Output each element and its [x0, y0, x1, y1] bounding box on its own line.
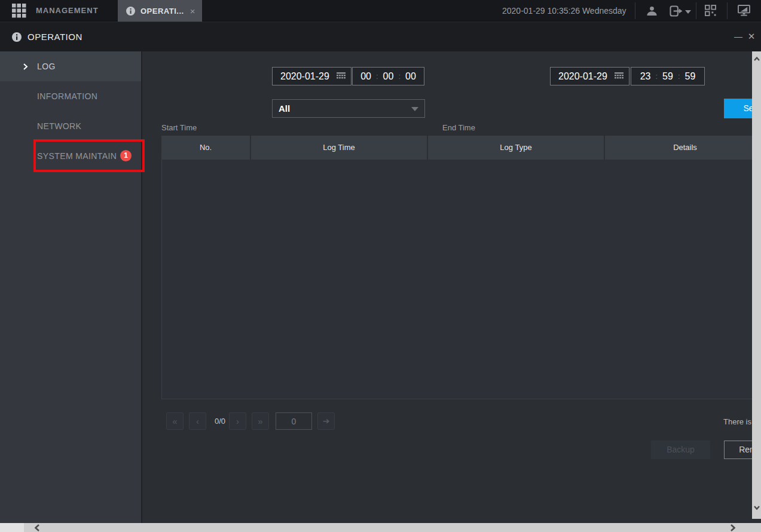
info-icon: [12, 32, 22, 42]
monitor-icon[interactable]: [738, 5, 750, 17]
sidebar: LOG INFORMATION NETWORK SYSTEM MAINTAIN1: [0, 51, 142, 523]
topbar-divider: [696, 2, 696, 19]
time-separator: :: [376, 72, 378, 81]
page-count: 0/0: [210, 412, 230, 430]
scroll-left-icon[interactable]: [35, 524, 39, 531]
end-hour[interactable]: 23: [640, 71, 651, 82]
tab-operation-label: OPERATI...: [140, 7, 184, 16]
window-title: OPERATION: [27, 22, 82, 51]
topbar-divider: [635, 2, 635, 19]
tab-operation[interactable]: OPERATI... ×: [118, 0, 202, 22]
start-minute[interactable]: 00: [383, 71, 394, 82]
logout-icon[interactable]: [670, 5, 683, 17]
sidebar-item-label: NETWORK: [37, 121, 81, 131]
topbar-divider: [727, 2, 728, 19]
sidebar-item-system-maintain[interactable]: SYSTEM MAINTAIN1: [0, 141, 141, 171]
column-header-no[interactable]: No.: [161, 136, 251, 160]
window-title-bar: OPERATION — ✕: [0, 22, 761, 51]
type-dropdown-value: All: [279, 100, 290, 117]
end-date-field[interactable]: 2020-01-29: [550, 67, 629, 85]
previous-page-button[interactable]: ‹: [189, 412, 206, 430]
apps-grid-icon[interactable]: [12, 4, 26, 18]
qr-code-icon[interactable]: [705, 5, 716, 16]
scrollbar-segment: [0, 523, 24, 532]
sidebar-item-information[interactable]: INFORMATION: [0, 81, 141, 111]
start-date-field[interactable]: 2020-01-29: [272, 67, 352, 85]
start-date-value: 2020-01-29: [280, 71, 337, 82]
user-icon[interactable]: [646, 5, 658, 17]
sidebar-item-label: SYSTEM MAINTAIN: [37, 151, 117, 161]
time-separator: :: [678, 72, 680, 81]
goto-page-button[interactable]: ➔: [317, 412, 335, 430]
start-hour[interactable]: 00: [360, 71, 371, 82]
window-body: LOG INFORMATION NETWORK SYSTEM MAINTAIN1…: [0, 51, 761, 523]
end-second[interactable]: 59: [685, 71, 696, 82]
log-table-header: No. Log Time Log Type Details: [161, 136, 761, 160]
sidebar-item-label: LOG: [37, 62, 56, 71]
scroll-down-icon[interactable]: [754, 506, 760, 510]
vertical-scrollbar[interactable]: [752, 51, 761, 519]
time-separator: :: [398, 72, 401, 81]
column-header-log-type[interactable]: Log Type: [428, 136, 605, 160]
backup-button[interactable]: Backup: [651, 441, 710, 459]
page-number-input[interactable]: [276, 412, 312, 430]
end-time-field[interactable]: 23:59:59: [631, 67, 705, 85]
column-header-details[interactable]: Details: [605, 136, 761, 160]
calendar-icon[interactable]: [337, 72, 346, 80]
top-tab-bar: MANAGEMENT OPERATI... × 2020-01-29 10:35…: [0, 0, 761, 22]
sidebar-item-label: INFORMATION: [37, 91, 97, 101]
start-time-field[interactable]: 00:00:00: [352, 67, 424, 85]
notification-badge: 1: [120, 150, 132, 161]
time-separator: :: [655, 72, 658, 81]
last-page-button[interactable]: »: [252, 412, 269, 430]
chevron-right-icon: [23, 63, 28, 70]
status-note: There is: [723, 417, 751, 426]
type-dropdown[interactable]: All: [272, 99, 425, 118]
first-page-button[interactable]: «: [166, 412, 184, 430]
tab-close-icon[interactable]: ×: [190, 6, 195, 16]
next-page-button[interactable]: ›: [229, 412, 246, 430]
start-second[interactable]: 00: [405, 71, 416, 82]
end-date-value: 2020-01-29: [558, 71, 615, 82]
scroll-right-icon[interactable]: [731, 524, 735, 531]
end-time-label: End Time: [442, 123, 475, 132]
system-clock: 2020-01-29 10:35:26 Wednesday: [502, 0, 626, 22]
screen: MANAGEMENT OPERATI... × 2020-01-29 10:35…: [0, 0, 761, 532]
info-icon: [126, 7, 135, 16]
log-table-body-empty: [161, 160, 761, 399]
dropdown-caret-icon: [411, 107, 418, 111]
start-time-label: Start Time: [161, 123, 197, 132]
minimize-button[interactable]: —: [733, 29, 744, 44]
tab-management[interactable]: MANAGEMENT: [36, 0, 99, 22]
horizontal-scrollbar[interactable]: [0, 523, 761, 532]
sidebar-item-log[interactable]: LOG: [0, 51, 141, 81]
close-button[interactable]: ✕: [746, 29, 757, 44]
chevron-down-icon[interactable]: [685, 10, 691, 14]
end-minute[interactable]: 59: [662, 71, 673, 82]
scroll-up-icon[interactable]: [754, 57, 760, 61]
sidebar-item-network[interactable]: NETWORK: [0, 111, 141, 141]
calendar-icon[interactable]: [615, 72, 624, 80]
column-header-log-time[interactable]: Log Time: [251, 136, 428, 160]
